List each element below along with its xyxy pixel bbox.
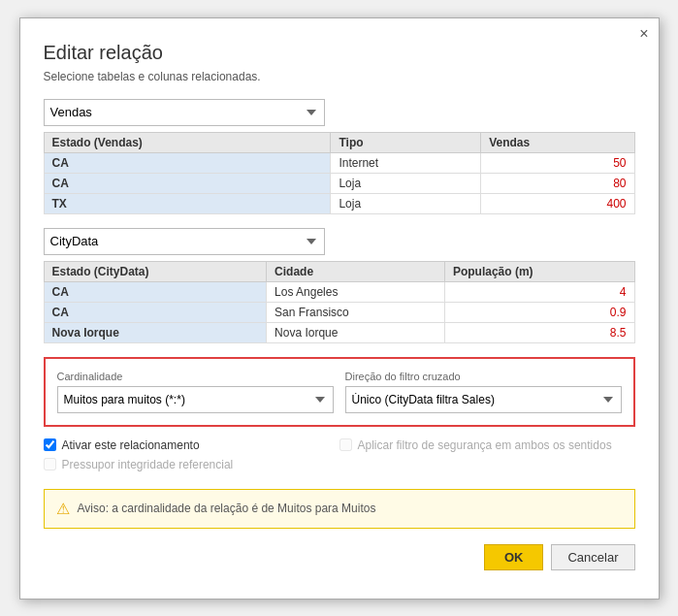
checkboxes-container: Ativar este relacionamento Pressupor int…: [44, 438, 635, 477]
cell: CA: [44, 281, 267, 302]
table2-col1-header: Estado (CityData): [44, 261, 267, 281]
table2-data-table: Estado (CityData) Cidade População (m) C…: [44, 261, 635, 343]
dialog-title: Editar relação: [44, 42, 635, 64]
table2-dropdown[interactable]: CityData: [44, 228, 325, 255]
dialog-subtitle: Selecione tabelas e colunas relacionadas…: [44, 70, 635, 83]
referential-checkbox-row: Pressupor integridade referencial: [44, 458, 339, 471]
cell: San Fransisco: [267, 302, 445, 322]
cell: CA: [44, 173, 331, 193]
cell: 8.5: [444, 322, 634, 342]
cell: Loja: [331, 193, 481, 213]
table1-section: Vendas Estado (Vendas) Tipo Vendas CA In…: [44, 99, 635, 214]
activate-checkbox-row: Ativar este relacionamento: [44, 438, 339, 452]
cell: Nova Iorque: [267, 322, 445, 342]
table-row: TX Loja 400: [44, 193, 634, 213]
security-checkbox-row: Aplicar filtro de segurança em ambos os …: [339, 438, 635, 452]
cell: Internet: [331, 152, 481, 173]
cardinality-col: Cardinalidade Muitos para muitos (*:*)Mu…: [57, 371, 334, 413]
cardinality-select[interactable]: Muitos para muitos (*:*)Muitos para um (…: [57, 386, 334, 413]
checkboxes-right: Aplicar filtro de segurança em ambos os …: [339, 438, 635, 477]
footer-buttons: OK Cancelar: [44, 544, 635, 570]
table1-header-row: Estado (Vendas) Tipo Vendas: [44, 132, 634, 152]
table2-col2-header: Cidade: [267, 261, 445, 281]
table-row: Nova Iorque Nova Iorque 8.5: [44, 322, 634, 342]
filter-section: Cardinalidade Muitos para muitos (*:*)Mu…: [44, 357, 635, 427]
cell: Nova Iorque: [44, 322, 267, 342]
table1-col1-header: Estado (Vendas): [44, 132, 331, 152]
table-row: CA Internet 50: [44, 152, 634, 173]
warning-icon: ⚠: [56, 500, 70, 518]
cell: 400: [481, 193, 634, 213]
cell: 50: [481, 152, 634, 173]
table-row: CA San Fransisco 0.9: [44, 302, 634, 322]
warning-text: Aviso: a cardinalidade da relação é de M…: [78, 502, 376, 515]
cell: 80: [481, 173, 634, 193]
referential-label: Pressupor integridade referencial: [62, 458, 234, 471]
cell: 0.9: [444, 302, 634, 322]
edit-relation-dialog: × Editar relação Selecione tabelas e col…: [19, 17, 660, 600]
cell: 4: [444, 281, 634, 302]
cell: TX: [44, 193, 331, 213]
table1-data-table: Estado (Vendas) Tipo Vendas CA Internet …: [44, 132, 635, 214]
table1-col3-header: Vendas: [481, 132, 634, 152]
cell: Loja: [331, 173, 481, 193]
cell: CA: [44, 302, 267, 322]
referential-checkbox[interactable]: [44, 458, 56, 470]
cross-filter-select[interactable]: Único (CityData filtra Sales)Ambos: [345, 386, 622, 413]
cross-filter-label: Direção do filtro cruzado: [345, 371, 622, 382]
cell: Los Angeles: [267, 281, 445, 302]
table2-header-row: Estado (CityData) Cidade População (m): [44, 261, 634, 281]
activate-checkbox[interactable]: [44, 438, 56, 451]
cancel-button[interactable]: Cancelar: [551, 544, 634, 570]
table1-dropdown[interactable]: Vendas: [44, 99, 325, 126]
cardinality-label: Cardinalidade: [57, 371, 334, 382]
table-row: CA Los Angeles 4: [44, 281, 634, 302]
close-button[interactable]: ×: [639, 26, 648, 42]
security-label: Aplicar filtro de segurança em ambos os …: [358, 438, 612, 452]
ok-button[interactable]: OK: [484, 544, 544, 570]
table2-col3-header: População (m): [444, 261, 634, 281]
warning-box: ⚠ Aviso: a cardinalidade da relação é de…: [44, 489, 635, 529]
security-checkbox[interactable]: [339, 438, 352, 451]
cross-filter-col: Direção do filtro cruzado Único (CityDat…: [345, 371, 622, 413]
checkboxes-left: Ativar este relacionamento Pressupor int…: [44, 438, 339, 477]
table1-col2-header: Tipo: [331, 132, 481, 152]
table2-section: CityData Estado (CityData) Cidade Popula…: [44, 228, 635, 343]
activate-label[interactable]: Ativar este relacionamento: [62, 438, 200, 452]
cell: CA: [44, 152, 331, 173]
table-row: CA Loja 80: [44, 173, 634, 193]
